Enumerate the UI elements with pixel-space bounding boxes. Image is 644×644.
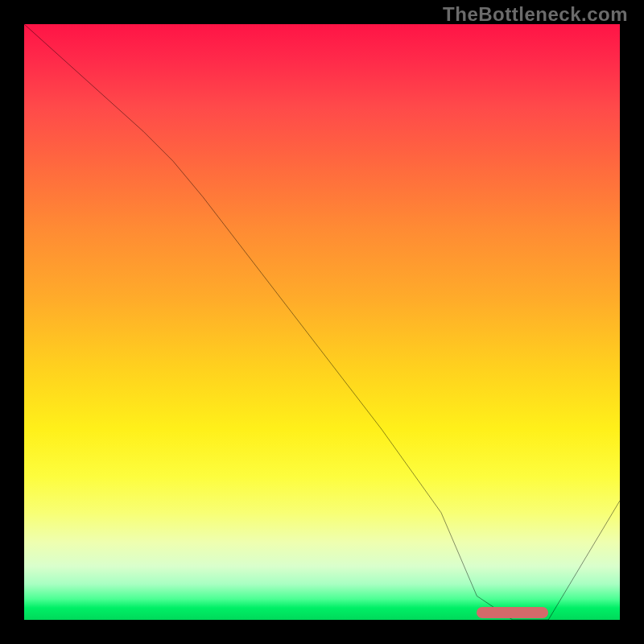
plot-area	[24, 24, 620, 620]
curve-path	[24, 24, 620, 620]
optimal-range-marker	[477, 607, 548, 618]
chart-stage: TheBottleneck.com	[0, 0, 644, 644]
bottleneck-curve	[24, 24, 620, 620]
watermark-text: TheBottleneck.com	[443, 3, 628, 26]
